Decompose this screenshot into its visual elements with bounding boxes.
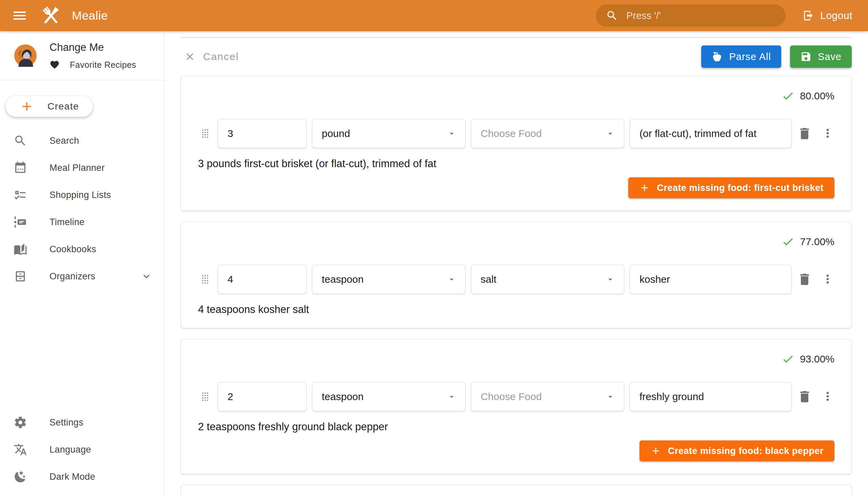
sidebar-bottom-group: Settings Language Dark Mode xyxy=(0,409,164,495)
sidebar-item-label: Cookbooks xyxy=(50,244,96,255)
dropdown-arrow-icon xyxy=(447,392,456,402)
translate-icon xyxy=(14,443,27,456)
sidebar-item-label: Timeline xyxy=(50,217,84,227)
create-missing-food-button[interactable]: Create missing food: first-cut brisket xyxy=(628,177,834,198)
sidebar-item-settings[interactable]: Settings xyxy=(0,409,164,436)
ingredient-menu-button[interactable] xyxy=(821,389,834,404)
original-ingredient-text: 3 pounds first-cut brisket (or flat-cut)… xyxy=(198,158,834,170)
check-icon xyxy=(782,235,795,248)
gear-icon xyxy=(14,416,27,429)
note-input[interactable] xyxy=(640,274,782,285)
missing-food-row: Create missing food: black pepper xyxy=(198,440,834,461)
sidebar-item-search[interactable]: Search xyxy=(0,127,164,154)
favorite-recipes-link[interactable]: Favorite Recipes xyxy=(50,60,136,70)
confidence-value: 80.00% xyxy=(800,90,834,102)
sidebar-item-meal-planner[interactable]: Meal Planner xyxy=(0,154,164,182)
food-select[interactable]: salt xyxy=(471,265,625,294)
note-input[interactable] xyxy=(640,128,782,139)
apple-icon xyxy=(711,51,723,62)
cancel-button[interactable]: Cancel xyxy=(181,51,242,62)
app-title: Mealie xyxy=(72,9,108,22)
quantity-input[interactable] xyxy=(227,274,297,285)
ingredient-menu-button[interactable] xyxy=(821,126,834,141)
sidebar-divider xyxy=(0,80,164,80)
quantity-input[interactable] xyxy=(227,391,297,403)
drag-handle-icon[interactable] xyxy=(198,126,212,141)
user-profile[interactable]: Change Me Favorite Recipes xyxy=(0,31,164,80)
food-value: salt xyxy=(481,274,497,285)
sidebar-item-organizers[interactable]: Organizers xyxy=(0,263,164,290)
search-input[interactable] xyxy=(626,10,776,22)
sidebar-item-dark-mode[interactable]: Dark Mode xyxy=(0,463,164,490)
sidebar-item-label: Meal Planner xyxy=(50,163,105,173)
plus-icon xyxy=(650,445,661,456)
user-name: Change Me xyxy=(50,41,136,54)
quantity-input[interactable] xyxy=(227,128,297,139)
checklist-icon xyxy=(14,188,27,202)
sidebar-item-shopping-lists[interactable]: Shopping Lists xyxy=(0,182,164,208)
food-placeholder: Choose Food xyxy=(481,128,542,139)
parser-toolbar: Cancel Parse All Save xyxy=(181,46,852,68)
heart-icon xyxy=(50,60,60,70)
plus-icon xyxy=(20,99,34,114)
search-icon xyxy=(606,10,618,22)
drag-handle-icon[interactable] xyxy=(198,390,212,404)
dropdown-arrow-icon xyxy=(447,275,456,284)
delete-ingredient-button[interactable] xyxy=(797,389,812,404)
note-input[interactable] xyxy=(640,391,782,403)
previous-card-partial-edge xyxy=(181,31,852,38)
food-placeholder: Choose Food xyxy=(481,391,542,403)
dropdown-arrow-icon xyxy=(606,392,615,402)
ingredient-fields-row: pound Choose Food xyxy=(198,119,834,148)
food-select[interactable]: Choose Food xyxy=(471,119,625,148)
sidebar-item-label: Organizers xyxy=(50,271,95,282)
logout-label: Logout xyxy=(820,10,852,21)
dropdown-arrow-icon xyxy=(606,129,615,138)
create-missing-food-button[interactable]: Create missing food: black pepper xyxy=(640,440,834,461)
confidence-value: 77.00% xyxy=(800,236,834,248)
check-icon xyxy=(782,353,795,365)
create-missing-food-label: Create missing food: black pepper xyxy=(668,446,823,456)
delete-ingredient-button[interactable] xyxy=(797,272,812,287)
sidebar-item-language[interactable]: Language xyxy=(0,436,164,463)
unit-select[interactable]: teaspoon xyxy=(312,382,465,411)
dropdown-arrow-icon xyxy=(447,129,456,138)
save-label: Save xyxy=(818,51,841,62)
sidebar-item-label: Language xyxy=(50,444,91,455)
quantity-field xyxy=(218,382,307,411)
close-icon xyxy=(184,51,195,62)
create-button[interactable]: Create xyxy=(5,96,93,117)
hamburger-menu-button[interactable] xyxy=(12,7,28,24)
confidence-value: 93.00% xyxy=(800,353,834,365)
logout-icon xyxy=(803,10,814,21)
drag-handle-icon[interactable] xyxy=(198,272,212,287)
unit-select[interactable]: pound xyxy=(312,119,465,148)
sidebar-item-timeline[interactable]: Timeline xyxy=(0,208,164,236)
calendar-icon xyxy=(14,161,27,175)
delete-ingredient-button[interactable] xyxy=(797,126,812,141)
logout-button[interactable]: Logout xyxy=(801,10,854,22)
unit-value: pound xyxy=(322,128,350,139)
parse-all-label: Parse All xyxy=(729,51,771,62)
sidebar-item-cookbooks[interactable]: Cookbooks xyxy=(0,236,164,263)
unit-select[interactable]: teaspoon xyxy=(312,265,465,294)
drawer-icon xyxy=(14,270,27,283)
confidence-row: 80.00% xyxy=(198,88,834,103)
ingredient-menu-button[interactable] xyxy=(821,272,834,287)
avatar xyxy=(14,45,37,67)
kebab-menu-icon xyxy=(821,126,834,140)
chevron-down-icon xyxy=(140,270,153,283)
save-button[interactable]: Save xyxy=(790,46,852,68)
ingredient-fields-row: teaspoon salt xyxy=(198,265,834,294)
food-select[interactable]: Choose Food xyxy=(471,382,625,411)
top-app-bar: Mealie Logout xyxy=(0,0,868,31)
hamburger-icon xyxy=(12,7,28,24)
app-root: Mealie Logout Change Me Favorite Recipes xyxy=(0,0,868,495)
global-search[interactable] xyxy=(596,4,786,27)
plus-icon xyxy=(639,183,650,193)
create-button-label: Create xyxy=(48,101,79,112)
parse-all-button[interactable]: Parse All xyxy=(701,46,781,68)
note-field xyxy=(630,119,792,148)
cancel-label: Cancel xyxy=(203,51,239,62)
trash-icon xyxy=(797,126,812,141)
